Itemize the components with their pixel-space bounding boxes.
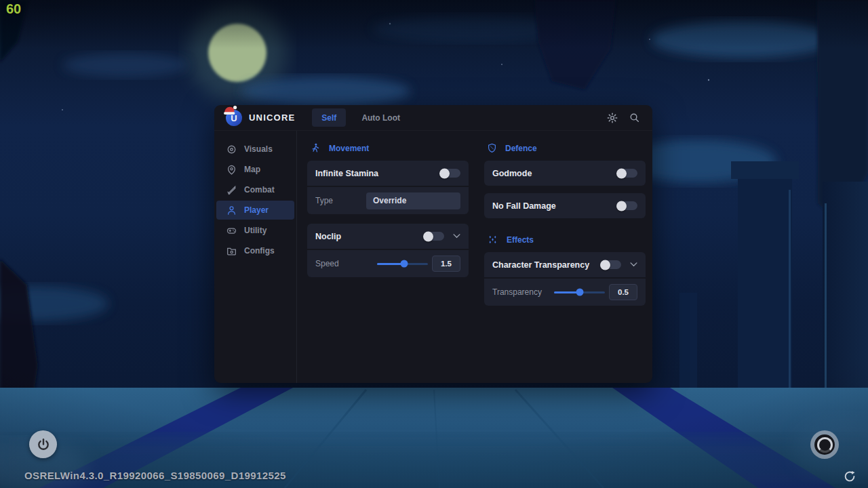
no-fall-damage-toggle[interactable] <box>617 201 637 210</box>
setting-row-godmode: Godmode <box>484 161 646 186</box>
configs-icon <box>226 246 237 256</box>
setting-row-type: Type Override <box>307 186 469 214</box>
setting-label: Godmode <box>492 169 532 178</box>
sidebar-item-configs[interactable]: Configs <box>216 241 294 260</box>
map-icon <box>226 165 237 175</box>
character-transparency-expand-chevron[interactable] <box>630 262 637 267</box>
setting-row-speed: Speed 1.5 <box>307 249 469 277</box>
search-icon[interactable] <box>629 113 639 123</box>
speed-slider-thumb[interactable] <box>400 260 408 268</box>
card-noclip: Noclip Speed <box>307 224 469 277</box>
fps-counter: 60 <box>6 1 21 17</box>
tab-self[interactable]: Self <box>312 108 346 127</box>
setting-label: Character Transparency <box>492 260 589 270</box>
sidebar-item-visuals[interactable]: Visuals <box>216 140 294 159</box>
screen: 60 OSRELWin4.3.0_R19920066_S19850069_D19… <box>0 0 868 488</box>
visuals-icon <box>226 144 237 155</box>
sidebar-item-map[interactable]: Map <box>216 160 294 179</box>
transparency-value[interactable]: 0.5 <box>609 284 637 300</box>
defence-icon <box>488 143 496 153</box>
combat-icon <box>226 185 237 195</box>
noclip-expand-chevron[interactable] <box>453 234 460 239</box>
setting-row-noclip: Noclip <box>307 224 469 249</box>
noclip-toggle[interactable] <box>424 232 444 241</box>
setting-label: Noclip <box>315 232 341 241</box>
content-area: Movement Infinite Stamina Type Override <box>297 131 652 383</box>
transparency-slider-thumb[interactable] <box>576 289 584 296</box>
setting-label: Speed <box>315 259 339 268</box>
setting-label: No Fall Damage <box>492 201 556 211</box>
power-icon <box>36 437 51 452</box>
sidebar-item-combat[interactable]: Combat <box>216 180 294 199</box>
settings-gear-icon[interactable] <box>607 113 618 123</box>
setting-label: Type <box>315 196 333 205</box>
card-godmode: Godmode <box>484 161 646 186</box>
tab-auto-loot[interactable]: Auto Loot <box>352 108 410 127</box>
build-version-text: OSRELWin4.3.0_R19920066_S19850069_D19912… <box>24 470 286 481</box>
setting-row-infinite-stamina: Infinite Stamina <box>307 161 469 186</box>
speed-slider[interactable] <box>377 263 428 265</box>
player-icon <box>226 205 237 216</box>
transparency-slider[interactable] <box>554 291 605 293</box>
unicore-menu-window: U UNICORE Self Auto Loot <box>214 105 652 383</box>
power-button[interactable] <box>29 430 57 458</box>
card-no-fall-damage: No Fall Damage <box>484 193 646 218</box>
setting-row-transparency: Transparency 0.5 <box>484 277 646 306</box>
sidebar-item-label: Map <box>244 165 260 174</box>
setting-label: Infinite Stamina <box>315 169 378 178</box>
sidebar-item-label: Combat <box>244 185 275 195</box>
section-header-effects: Effects <box>488 235 646 245</box>
utility-icon <box>226 226 237 236</box>
unicore-logo: U <box>226 110 242 126</box>
setting-label: Transparency <box>492 287 542 297</box>
setting-row-character-transparency: Character Transparency <box>484 252 646 277</box>
character-transparency-toggle[interactable] <box>601 260 621 269</box>
section-header-movement: Movement <box>311 143 469 153</box>
sidebar-item-label: Player <box>244 205 269 215</box>
chevron-down-icon <box>630 262 637 267</box>
movement-icon <box>311 143 320 153</box>
section-title: Effects <box>507 235 534 245</box>
godmode-toggle[interactable] <box>617 169 637 178</box>
infinite-stamina-toggle[interactable] <box>440 169 460 178</box>
brand-title: UNICORE <box>249 113 295 123</box>
moon <box>208 24 267 82</box>
sidebar-item-label: Visuals <box>244 144 273 154</box>
column-left: Movement Infinite Stamina Type Override <box>307 143 469 383</box>
camera-lens-icon <box>814 434 835 455</box>
chevron-down-icon <box>453 234 460 239</box>
tab-bar: Self Auto Loot <box>312 108 410 127</box>
sidebar-item-utility[interactable]: Utility <box>216 221 294 240</box>
sidebar-item-label: Utility <box>244 226 267 235</box>
sidebar: Visuals Map Combat <box>214 131 297 383</box>
section-title: Movement <box>329 144 369 153</box>
santa-hat-icon <box>221 105 239 117</box>
sidebar-item-label: Configs <box>244 246 275 256</box>
column-right: Defence Godmode No Fall Damage <box>484 143 646 383</box>
section-title: Defence <box>505 144 537 153</box>
card-character-transparency: Character Transparency Transparency <box>484 252 646 306</box>
window-header: U UNICORE Self Auto Loot <box>214 105 652 131</box>
type-select-value: Override <box>373 196 406 205</box>
screenshot-button[interactable] <box>810 430 839 459</box>
section-header-defence: Defence <box>488 143 646 153</box>
speed-value[interactable]: 1.5 <box>432 256 460 272</box>
sidebar-item-player[interactable]: Player <box>216 201 294 220</box>
type-select[interactable]: Override <box>366 192 460 209</box>
card-infinite-stamina: Infinite Stamina Type Override <box>307 161 469 214</box>
effects-icon <box>488 235 498 245</box>
bg-tower <box>534 0 616 89</box>
setting-row-no-fall-damage: No Fall Damage <box>484 193 646 218</box>
loading-spinner-icon <box>842 469 857 484</box>
